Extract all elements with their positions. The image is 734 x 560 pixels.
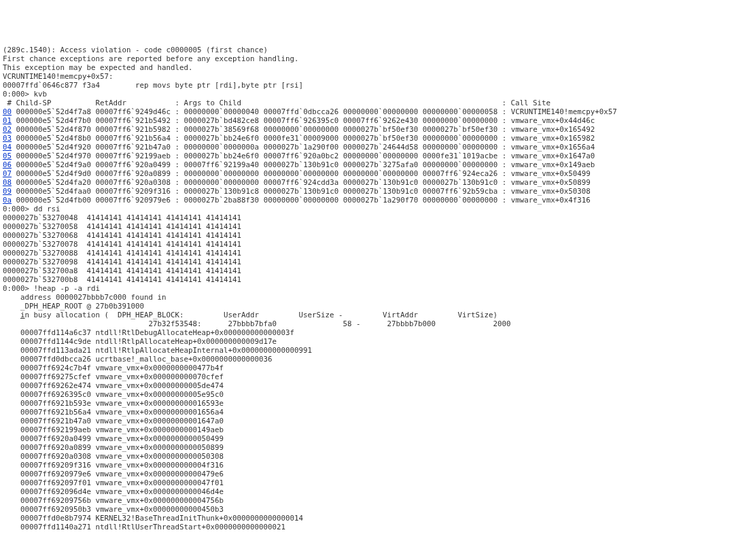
- heap-stack-trace-line: 00007ffd0e8b7974 KERNEL32!BaseThreadInit…: [3, 514, 731, 523]
- stack-arg: 0000027b`130b91c0: [264, 187, 339, 196]
- memory-dump-row: 0000027b`53270048 41414141 41414141 4141…: [3, 213, 731, 222]
- heap-stack-trace-line: 00007ff6926395c0 vmware_vmx+0x0000000000…: [3, 390, 731, 399]
- stack-child-sp: 000000e5`52d4f970: [16, 152, 92, 160]
- heap-stack-trace-line: 00007ff6920979e6 vmware_vmx+0x0000000000…: [3, 470, 731, 478]
- stack-arg: 00000000`00000000: [423, 134, 498, 143]
- stack-arg: 00007ff6`924eca26: [423, 169, 498, 178]
- memory-dump-row: 0000027b`53270058 41414141 41414141 4141…: [3, 222, 731, 231]
- stack-frame-index[interactable]: 07: [3, 169, 12, 178]
- stack-frame-index[interactable]: 05: [3, 152, 12, 160]
- stack-retaddr: 00007ff6`920a0308: [96, 178, 171, 187]
- stack-frame-row: 05 000000e5`52d4f970 00007ff6`92199aeb :…: [3, 152, 731, 160]
- heap-stack-trace-line: 00007ff6920a0899 vmware_vmx+0x0000000000…: [3, 443, 731, 452]
- stack-frame-row: 00 000000e5`52d4f7a8 00007ff6`9249d46c :…: [3, 107, 731, 116]
- stack-arg: 00000000`00000000: [184, 169, 260, 178]
- stack-arg: 0000027b`bf50ef30: [343, 125, 419, 134]
- stack-arg: 00000000`00000000: [343, 107, 419, 116]
- stack-arg: 00000000`00000000: [264, 196, 339, 205]
- stack-call-site: vmware_vmx+0x1647a0: [511, 152, 595, 160]
- stack-arg: 00000000`00000000: [423, 196, 498, 205]
- stack-arg: 0000fe31`00009000: [264, 134, 339, 143]
- stack-arg: 00000000`0000000a: [184, 143, 260, 152]
- heap-stack-trace-line: 00007ffd1140a271 ntdll!RtlUserThreadStar…: [3, 523, 731, 531]
- stack-arg: 0000027b`bb24e6f0: [184, 152, 260, 160]
- stack-arg: 0000027b`130b91c0: [423, 178, 498, 187]
- stack-arg: 00000000`00000000: [184, 178, 260, 187]
- heap-stack-trace-line: 00007ffd0dbcca26 ucrtbase!_malloc_base+0…: [3, 355, 731, 364]
- stack-frame-index[interactable]: 03: [3, 134, 12, 143]
- stack-arg: 00000000`00000000: [423, 143, 498, 152]
- stack-child-sp: 000000e5`52d4f9d0: [16, 169, 92, 178]
- heap-stack-trace-line: 00007ff6920950b3 vmware_vmx+0x0000000000…: [3, 505, 731, 514]
- heap-found-line: address 0000027bbbb7c000 found in: [3, 293, 731, 302]
- stack-frame-row: 09 000000e5`52d4faa0 00007ff6`9209f316 :…: [3, 187, 731, 196]
- heap-stack-trace-line: 00007ff6921b47a0 vmware_vmx+0x0000000000…: [3, 417, 731, 425]
- stack-child-sp: 000000e5`52d4f870: [16, 125, 92, 134]
- heap-stack-trace-line: 00007ff692097f01 vmware_vmx+0x0000000000…: [3, 478, 731, 487]
- heap-stack-trace-line: 00007ff69275cfef vmware_vmx+0x0000000000…: [3, 372, 731, 381]
- exception-note: This exception may be expected and handl…: [3, 63, 731, 72]
- stack-child-sp: 000000e5`52d4f8b0: [16, 134, 92, 143]
- stack-frame-index[interactable]: 04: [3, 143, 12, 152]
- stack-arg: 0000027b`130b91c0: [343, 178, 419, 187]
- exception-note: First chance exceptions are reported bef…: [3, 54, 731, 63]
- heap-stack-trace-line: 00007ff6921b593e vmware_vmx+0x0000000000…: [3, 399, 731, 408]
- prompt-heap: 0:000> !heap -p -a rdi: [3, 284, 731, 293]
- stack-arg: 00000000`00000000: [343, 169, 419, 178]
- heap-stack-trace-line: 00007ffd113ada21 ntdll!RtlpAllocateHeapI…: [3, 346, 731, 355]
- stack-frame-row: 06 000000e5`52d4f9a0 00007ff6`920a0499 :…: [3, 160, 731, 169]
- stack-retaddr: 00007ff6`921b5492: [96, 116, 171, 125]
- memory-dump-row: 0000027b`53270078 41414141 41414141 4141…: [3, 240, 731, 249]
- stack-child-sp: 000000e5`52d4f9a0: [16, 160, 92, 169]
- heap-stack-trace-line: 00007ffd114a6c37 ntdll!RtlDebugAllocateH…: [3, 328, 731, 337]
- stack-arg: 0000027b`bb24e6f0: [184, 134, 260, 143]
- heap-stack-trace-line: 00007ff6924c7b4f vmware_vmx+0x0000000000…: [3, 364, 731, 372]
- stack-call-site: vmware_vmx+0x149aeb: [511, 160, 595, 169]
- memory-dump-row: 0000027b`53270088 41414141 41414141 4141…: [3, 249, 731, 258]
- stack-arg: 00000000`00000000: [423, 160, 498, 169]
- stack-arg: 0000fe31`1019acbe: [423, 152, 498, 160]
- stack-arg: 00007ffd`0dbcca26: [264, 107, 339, 116]
- memory-dump-row: 0000027b`53270098 41414141 41414141 4141…: [3, 258, 731, 266]
- stack-header: # Child-SP RetAddr : Args to Child : Cal…: [3, 99, 731, 107]
- heap-stack-trace-line: 00007ff69209f316 vmware_vmx+0x0000000000…: [3, 461, 731, 470]
- stack-arg: 0000027b`bf50ef30: [423, 125, 498, 134]
- stack-arg: 00000000`00000000: [343, 152, 419, 160]
- stack-frame-index[interactable]: 00: [3, 107, 12, 116]
- stack-frame-row: 0a 000000e5`52d4fb00 00007ff6`920979e6 :…: [3, 196, 731, 205]
- stack-frame-row: 02 000000e5`52d4f870 00007ff6`921b5982 :…: [3, 125, 731, 134]
- stack-call-site: vmware_vmx+0x165492: [511, 125, 595, 134]
- stack-call-site: vmware_vmx+0x44d46c: [511, 116, 595, 125]
- stack-arg: 00007ff6`920a0bc2: [264, 152, 339, 160]
- stack-retaddr: 00007ff6`921b47a0: [96, 143, 171, 152]
- heap-stack-trace-line: 00007ff6921b56a4 vmware_vmx+0x0000000000…: [3, 408, 731, 417]
- stack-arg: 00007ff6`92b59cba: [423, 187, 498, 196]
- stack-call-site: vmware_vmx+0x50308: [511, 187, 591, 196]
- heap-stack-trace-line: 00007ffd1144c9de ntdll!RtlpAllocateHeap+…: [3, 337, 731, 346]
- stack-arg: 0000027b`130b91c0: [264, 160, 339, 169]
- stack-arg: 00000000`00000058: [423, 107, 498, 116]
- stack-call-site: vmware_vmx+0x1656a4: [511, 143, 595, 152]
- stack-retaddr: 00007ff6`92199aeb: [96, 152, 171, 160]
- heap-stack-trace-line: 00007ff69262e474 vmware_vmx+0x0000000000…: [3, 381, 731, 390]
- stack-arg: 00000000`00000000: [264, 169, 339, 178]
- exception-header: (289c.1540): Access violation - code c00…: [3, 46, 731, 54]
- stack-arg: 0000027b`130b91c0: [343, 187, 419, 196]
- stack-arg: 00007ff6`92199a40: [184, 160, 260, 169]
- stack-frame-index[interactable]: 08: [3, 178, 12, 187]
- memory-dump-row: 0000027b`532700a8 41414141 41414141 4141…: [3, 266, 731, 275]
- stack-frame-index[interactable]: 06: [3, 160, 12, 169]
- stack-arg: 00007ff6`926395c0: [264, 116, 339, 125]
- stack-frame-index[interactable]: 09: [3, 187, 12, 196]
- stack-frame-index[interactable]: 02: [3, 125, 12, 134]
- stack-retaddr: 00007ff6`921b56a4: [96, 134, 171, 143]
- stack-child-sp: 000000e5`52d4faa0: [16, 187, 92, 196]
- stack-arg: 0000027b`2ba88f30: [184, 196, 260, 205]
- stack-child-sp: 000000e5`52d4f7a8: [16, 107, 92, 116]
- heap-block-header: in busy allocation ( DPH_HEAP_BLOCK: Use…: [3, 311, 731, 319]
- stack-retaddr: 00007ff6`921b5982: [96, 125, 171, 134]
- stack-frame-index[interactable]: 01: [3, 116, 12, 125]
- stack-frame-row: 03 000000e5`52d4f8b0 00007ff6`921b56a4 :…: [3, 134, 731, 143]
- stack-frame-index[interactable]: 0a: [3, 196, 12, 205]
- stack-child-sp: 000000e5`52d4f920: [16, 143, 92, 152]
